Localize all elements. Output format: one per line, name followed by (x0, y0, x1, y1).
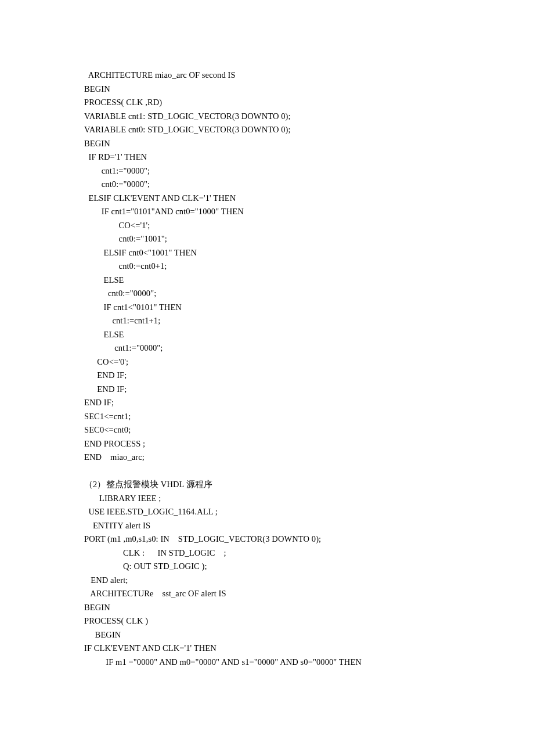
code-line: Q: OUT STD_LOGIC ); (84, 560, 534, 574)
code-line: ELSIF CLK'EVENT AND CLK='1' THEN (84, 192, 534, 206)
code-line: cnt1:="0000"; (84, 341, 534, 355)
code-line: ARCHITECTURE miao_arc OF second IS (84, 69, 534, 82)
code-line: cnt0:=cnt0+1; (84, 260, 534, 273)
code-line: END IF; (84, 383, 534, 397)
code-line: VARIABLE cnt1: STD_LOGIC_VECTOR(3 DOWNTO… (84, 110, 534, 124)
code-line: END alert; (84, 574, 534, 588)
code-line: cnt1:="0000"; (84, 164, 534, 178)
code-line: ELSE (84, 328, 534, 342)
code-line: cnt1:=cnt1+1; (84, 314, 534, 328)
code-line: IF cnt1<"0101" THEN (84, 301, 534, 315)
code-line: LIBRARY IEEE ; (84, 492, 534, 506)
code-line: END miao_arc; (84, 451, 534, 465)
code-line: CO<='1'; (84, 219, 534, 233)
code-line: CLK : IN STD_LOGIC ; (84, 546, 534, 560)
code-line: ENTITY alert IS (84, 519, 534, 533)
code-line: BEGIN (84, 137, 534, 151)
code-line: SEC0<=cnt0; (84, 423, 534, 437)
code-line: END PROCESS ; (84, 437, 534, 451)
code-line: IF m1 ="0000" AND m0="0000" AND s1="0000… (84, 656, 534, 669)
code-line: IF cnt1="0101"AND cnt0="1000" THEN (84, 205, 534, 219)
code-line: BEGIN (84, 601, 534, 615)
code-line: BEGIN (84, 628, 534, 642)
code-line: ELSE (84, 273, 534, 287)
code-line: ARCHITECTURe sst_arc OF alert IS (84, 587, 534, 601)
code-line: IF CLK'EVENT AND CLK='1' THEN (84, 642, 534, 656)
code-line: PORT (m1 ,m0,s1,s0: IN STD_LOGIC_VECTOR(… (84, 532, 534, 546)
code-line: VARIABLE cnt0: STD_LOGIC_VECTOR(3 DOWNTO… (84, 123, 534, 137)
code-line: USE IEEE.STD_LOGIC_1164.ALL ; (84, 505, 534, 519)
code-line: PROCESS( CLK ) (84, 614, 534, 628)
code-line: END IF; (84, 396, 534, 410)
code-text-block: ARCHITECTURE miao_arc OF second ISBEGINP… (84, 69, 534, 669)
code-line: ELSIF cnt0<"1001" THEN (84, 246, 534, 260)
code-line: cnt0:="0000"; (84, 287, 534, 301)
code-line: BEGIN (84, 82, 534, 96)
code-line: CO<='0'; (84, 355, 534, 369)
code-line: SEC1<=cnt1; (84, 410, 534, 424)
code-line: cnt0:="1001"; (84, 232, 534, 246)
code-line: END IF; (84, 369, 534, 383)
document-page: ARCHITECTURE miao_arc OF second ISBEGINP… (0, 0, 534, 756)
code-line: cnt0:="0000"; (84, 178, 534, 192)
code-line: IF RD='1' THEN (84, 150, 534, 164)
code-line: PROCESS( CLK ,RD) (84, 96, 534, 110)
code-line: （2）整点报警模块 VHDL 源程序 (84, 478, 534, 492)
blank-line (84, 465, 534, 478)
